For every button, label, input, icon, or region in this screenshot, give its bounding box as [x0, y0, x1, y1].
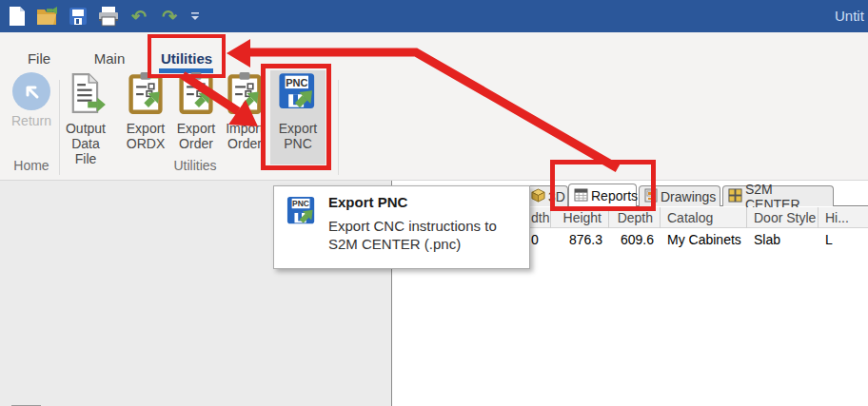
s2m-grid-icon: [728, 188, 742, 205]
document-export-icon: [65, 72, 107, 118]
svg-text:PNC: PNC: [286, 77, 307, 88]
table-row[interactable]: 0 876.3 609.6 My Cabinets Slab L: [529, 228, 868, 250]
undo-icon[interactable]: ↶: [128, 5, 150, 28]
customize-toolbar-icon[interactable]: [188, 5, 202, 28]
pnc-floppy-icon: PNC: [286, 196, 317, 232]
output-data-file-button[interactable]: OutputData File: [60, 72, 111, 167]
cell-door-style: Slab: [747, 228, 819, 250]
column-header-height[interactable]: Height: [551, 207, 609, 228]
cell-height: 876.3: [551, 228, 609, 250]
group-label-home: Home: [6, 158, 57, 173]
export-ordx-button[interactable]: ExportORDX: [122, 72, 169, 167]
svg-text:PNC: PNC: [292, 199, 309, 208]
open-folder-icon[interactable]: [36, 5, 59, 28]
export-pnc-tooltip: PNC Export PNC Export CNC instructions t…: [273, 185, 530, 269]
tooltip-description: Export CNC instructions to S2M CENTER (.…: [328, 217, 526, 253]
table-header: dth Height Depth Catalog Door Style Hi..…: [529, 207, 868, 228]
tab-drawings[interactable]: Drawings: [639, 185, 720, 206]
tab-3d[interactable]: 3D: [525, 185, 568, 206]
quick-access-toolbar: ↶ ↷: [6, 4, 202, 29]
save-icon[interactable]: [67, 5, 89, 28]
clipboard-import-icon: [225, 72, 265, 118]
clipboard-export-icon: [176, 72, 216, 118]
window-title: Untit: [835, 8, 864, 24]
tab-reports[interactable]: Reports: [568, 184, 637, 207]
return-button[interactable]: Return: [6, 72, 57, 167]
column-header-catalog[interactable]: Catalog: [661, 207, 747, 228]
column-header-door-style[interactable]: Door Style: [747, 207, 819, 228]
clipboard-export-icon: [126, 72, 166, 118]
pnc-floppy-icon: PNC: [278, 72, 318, 118]
cell-width: 0: [529, 228, 551, 250]
report-grid-icon: [574, 188, 588, 204]
import-order-button[interactable]: ImportOrder: [221, 72, 268, 167]
column-header-depth[interactable]: Depth: [609, 207, 661, 228]
return-arrow-icon: [12, 72, 50, 110]
column-header-hinging[interactable]: Hi...: [819, 207, 868, 228]
cell-catalog: My Cabinets: [661, 228, 747, 250]
tooltip-title: Export PNC: [328, 194, 407, 210]
cell-hinging: L: [819, 228, 868, 250]
export-pnc-button[interactable]: PNC ExportPNC: [272, 72, 324, 167]
cube-3d-icon: [531, 188, 545, 205]
drawing-page-icon: [644, 188, 658, 205]
group-label-utilities: Utilities: [67, 158, 324, 173]
ribbon-tab-main[interactable]: Main: [88, 44, 131, 72]
print-icon[interactable]: [97, 5, 120, 28]
title-bar: ↶ ↷ Untit: [0, 0, 868, 32]
redo-icon[interactable]: ↷: [158, 5, 181, 28]
ribbon-tab-file[interactable]: File: [19, 44, 59, 72]
ribbon: File Main Utilities Return Home OutputDa…: [0, 32, 868, 181]
sidebar-item-order-entry[interactable]: Order Entry: [0, 401, 362, 406]
group-separator: [338, 80, 339, 175]
cell-depth: 609.6: [609, 228, 661, 250]
tab-s2m-center[interactable]: S2M CENTER: [722, 185, 834, 206]
export-order-button[interactable]: ExportOrder: [172, 72, 220, 167]
new-document-icon[interactable]: [6, 5, 29, 28]
column-header-width[interactable]: dth: [529, 207, 551, 228]
